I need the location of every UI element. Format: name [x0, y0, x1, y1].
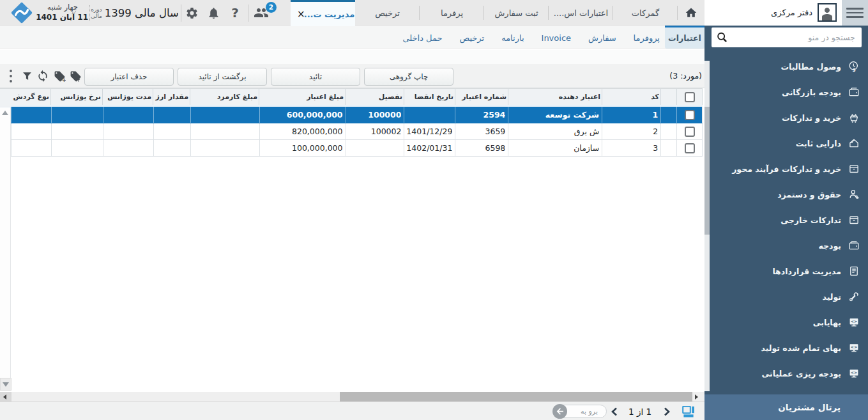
refresh-icon[interactable]: [36, 64, 50, 88]
row-indicator-cell: [660, 107, 676, 123]
subtab[interactable]: Invoice: [542, 33, 571, 43]
filter-funnel-icon[interactable]: [20, 64, 33, 88]
cell-credit_no: 6598: [455, 140, 508, 156]
tab[interactable]: ثبت سفارش: [484, 0, 549, 26]
sidebar-item[interactable]: مدیریت قراردادها: [710, 258, 868, 284]
subtab[interactable]: سفارش: [588, 33, 616, 43]
column-header-usance_rate[interactable]: نرخ یوزانس: [50, 89, 102, 105]
sidebar-item[interactable]: بودجه بازرگانی: [710, 79, 868, 105]
sidebar-item[interactable]: حقوق و دستمزد: [710, 182, 868, 207]
toolbar-button[interactable]: برگشت از تائید: [178, 68, 267, 86]
settings-gear-icon[interactable]: [184, 0, 199, 26]
scroll-down-button[interactable]: [0, 378, 11, 391]
sidebar-item-customer-portal[interactable]: پرتال مشتریان: [704, 394, 868, 420]
grid-vertical-scrollbar[interactable]: [0, 88, 11, 391]
column-header-select[interactable]: [676, 89, 702, 105]
horizontal-scrollbar-thumb[interactable]: [340, 392, 692, 401]
sidebar-item[interactable]: <> بودجه ریزی عملیاتی: [710, 361, 868, 386]
subtab[interactable]: ترخیص: [459, 33, 484, 43]
filter-tag-icon[interactable]: [68, 64, 82, 88]
brand-logo-icon[interactable]: [7, 1, 36, 24]
previous-page-chevron-icon[interactable]: [611, 402, 618, 420]
column-header-fee[interactable]: مبلغ کارمزد: [190, 89, 259, 105]
column-header-creditor[interactable]: اعتبار دهنده: [508, 89, 602, 105]
users-icon[interactable]: 2: [252, 0, 271, 26]
tab[interactable]: گمرکات: [613, 0, 678, 26]
toolbar-button[interactable]: حذف اعتبار: [84, 68, 174, 86]
card-view-icon[interactable]: [682, 402, 695, 420]
tab[interactable]: × مدیریت ت...: [291, 0, 355, 26]
subtab[interactable]: پروفرما: [634, 33, 660, 43]
clock-money-icon: $: [847, 60, 860, 74]
next-page-chevron-icon[interactable]: [663, 402, 671, 420]
hamburger-menu-icon[interactable]: [842, 0, 868, 26]
cell-fee: [190, 123, 259, 139]
credits-table: کداعتبار دهندهشماره اعتبارتاریخ انقضاتفص…: [0, 88, 704, 157]
cell-fee: [190, 140, 259, 156]
pager-bar: 1 از 1 برو به: [0, 401, 704, 420]
svg-text:<>: <>: [850, 370, 857, 375]
tab[interactable]: پرفرما: [420, 0, 484, 26]
cell-amount: 820,000,000: [259, 123, 346, 139]
tab-home[interactable]: [678, 0, 704, 26]
sidebar-item[interactable]: خرید و تدارکات فرآیند محور: [710, 156, 868, 182]
scroll-up-icon[interactable]: [2, 111, 8, 115]
sidebar-item[interactable]: دارایی ثابت: [710, 130, 868, 156]
cell-usance_rate: [51, 123, 103, 139]
toolbar-button[interactable]: چاپ گروهی: [364, 68, 453, 86]
goto-page-button[interactable]: [552, 404, 567, 419]
column-header-credit_no[interactable]: شماره اعتبار: [455, 89, 508, 105]
menu-search-input[interactable]: [732, 33, 862, 42]
tab[interactable]: اعتبارات اس....: [549, 0, 613, 26]
subtab[interactable]: حمل داخلی: [402, 33, 442, 43]
column-header-code[interactable]: کد: [602, 89, 660, 105]
table-row[interactable]: 2ش برق36591401/12/29100002820,000,000: [11, 123, 703, 140]
cell-value: 1402/01/31: [407, 143, 452, 153]
column-header-detail[interactable]: تفصیل: [345, 89, 404, 105]
scroll-right-icon[interactable]: [695, 394, 698, 400]
column-header-label: کد: [604, 93, 659, 101]
row-checkbox[interactable]: [685, 127, 695, 137]
sidebar-item-label: تولید: [822, 292, 841, 302]
sidebar-item[interactable]: <> بهایابی: [710, 309, 868, 335]
table-row[interactable]: 3سازمان65981402/01/31100,000,000: [11, 140, 703, 157]
sidebar-item[interactable]: تولید: [710, 284, 868, 309]
column-header-usance_len[interactable]: مدت یوزانس: [102, 89, 153, 105]
more-options-kebab-icon[interactable]: [6, 64, 15, 88]
cell-expiry: 1402/01/31: [404, 140, 455, 156]
column-header-indicator[interactable]: [660, 89, 676, 105]
row-checkbox[interactable]: [685, 110, 695, 120]
column-header-flow_type[interactable]: نوع گردش: [10, 89, 50, 105]
fiscal-year-value: سال مالی 1399: [105, 7, 179, 19]
sidebar-item[interactable]: بودجه: [710, 233, 868, 258]
select-all-checkbox[interactable]: [685, 92, 695, 102]
sidebar-item[interactable]: خرید و تدارکات: [710, 105, 868, 130]
sidebar-item[interactable]: تدارکات خارجی: [710, 207, 868, 233]
help-icon[interactable]: ?: [227, 0, 243, 26]
toolbar-button[interactable]: تائید: [271, 68, 360, 86]
column-header-label: نوع گردش: [12, 93, 49, 101]
subtab-active[interactable]: اعتبارات: [665, 26, 704, 49]
goto-page-field[interactable]: برو به: [553, 405, 607, 418]
column-header-expiry[interactable]: تاریخ انقضا: [404, 89, 455, 105]
table-row[interactable]: 1شرکت توسعه2594100000600,000,000: [11, 107, 703, 123]
cell-creditor: شرکت توسعه: [508, 107, 602, 123]
sidebar-item[interactable]: $ وصول مطالبات: [710, 54, 868, 79]
row-checkbox[interactable]: [685, 143, 695, 153]
search-icon[interactable]: [712, 31, 732, 43]
column-header-amount[interactable]: مبلغ اعتبار: [259, 89, 345, 105]
row-checkbox-cell: [676, 140, 702, 156]
sidebar-scrollbar-thumb[interactable]: [704, 107, 710, 235]
scroll-left-button[interactable]: [0, 392, 11, 401]
notifications-bell-icon[interactable]: [206, 0, 221, 26]
fiscal-period-label: دوره مالی: [91, 6, 102, 19]
sidebar-item[interactable]: <> بهای تمام شده تولید: [710, 335, 868, 361]
avatar[interactable]: [818, 3, 837, 22]
column-header-currency_qty[interactable]: مقدار ارز: [153, 89, 190, 105]
tab[interactable]: ترخیص: [355, 0, 420, 26]
add-tag-icon[interactable]: +: [52, 64, 66, 88]
close-tab-icon[interactable]: ×: [297, 8, 305, 20]
horizontal-scrollbar[interactable]: [0, 392, 704, 401]
subtab[interactable]: بارنامه: [501, 33, 524, 43]
sidebar-scrollbar[interactable]: [704, 61, 710, 391]
